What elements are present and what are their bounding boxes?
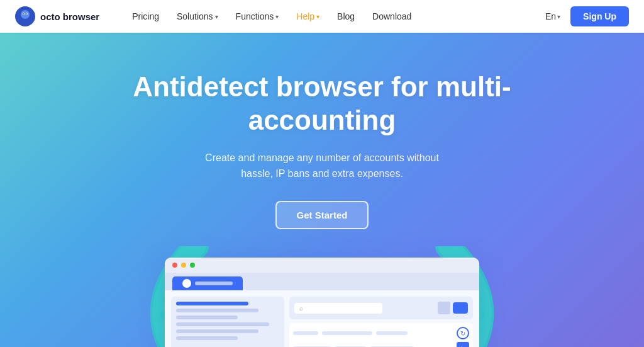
- svg-point-5: [26, 13, 28, 14]
- browser-sidebar: [171, 297, 284, 347]
- nav-item-functions[interactable]: Functions ▾: [228, 8, 287, 25]
- cell-2: [322, 331, 372, 335]
- svg-point-4: [23, 13, 25, 14]
- browser-action-row: [438, 302, 468, 314]
- chevron-down-icon: ▾: [215, 13, 218, 20]
- sidebar-line-3: [176, 316, 238, 319]
- hero-title: Antidetect browser for multi-accounting: [102, 71, 542, 137]
- browser-titlebar: [165, 258, 479, 273]
- browser-search-bar: ⌕: [294, 303, 382, 314]
- browser-tab-bar: [165, 273, 479, 290]
- sidebar-line-1: [176, 302, 248, 305]
- table-row-1: ↻: [293, 327, 469, 339]
- chevron-down-icon: ▾: [557, 13, 560, 20]
- browser-tab: [172, 276, 243, 290]
- signup-button[interactable]: Sign Up: [570, 6, 629, 26]
- maximize-dot: [190, 263, 195, 268]
- nav-right: En ▾ Sign Up: [545, 6, 629, 26]
- cell-3: [376, 331, 408, 335]
- chevron-down-icon: ▾: [316, 13, 319, 20]
- nav-item-help[interactable]: Help ▾: [289, 8, 327, 25]
- close-dot: [172, 263, 177, 268]
- logo[interactable]: octo browser: [15, 6, 99, 26]
- tab-favicon: [182, 279, 191, 288]
- play-icon: ▶: [457, 342, 469, 347]
- table-row-2: ▶: [293, 342, 469, 347]
- browser-content: ⌕ ↻: [165, 290, 479, 347]
- action-btn-blue: [453, 302, 468, 314]
- refresh-icon: ↻: [457, 327, 469, 339]
- svg-point-1: [21, 10, 30, 19]
- sidebar-line-4: [176, 322, 269, 326]
- nav-item-download[interactable]: Download: [365, 8, 419, 25]
- hero-section: Antidetect browser for multi-accounting …: [0, 33, 644, 347]
- tab-label-line: [195, 282, 233, 285]
- browser-main-area: ⌕ ↻: [289, 297, 473, 347]
- logo-icon: [15, 6, 35, 26]
- nav-item-pricing[interactable]: Pricing: [125, 8, 167, 25]
- nav-links: Pricing Solutions ▾ Functions ▾ Help ▾ B…: [125, 8, 545, 25]
- search-icon: ⌕: [299, 305, 303, 312]
- nav-item-solutions[interactable]: Solutions ▾: [169, 8, 226, 25]
- browser-window: ⌕ ↻: [165, 258, 479, 347]
- get-started-button[interactable]: Get Started: [275, 201, 369, 229]
- browser-toolbar: ⌕: [289, 297, 473, 319]
- browser-mockup: ⌕ ↻: [158, 258, 486, 347]
- hero-subtitle: Create and manage any number of accounts…: [190, 150, 454, 182]
- sidebar-line-6: [176, 336, 238, 340]
- sidebar-line-5: [176, 329, 258, 333]
- chevron-down-icon: ▾: [275, 13, 279, 20]
- minimize-dot: [181, 263, 186, 268]
- logo-text: octo browser: [40, 11, 99, 22]
- browser-table: ↻ ▶: [289, 323, 473, 347]
- nav-item-blog[interactable]: Blog: [330, 8, 362, 25]
- language-selector[interactable]: En ▾: [545, 11, 560, 21]
- action-sq-1: [438, 302, 450, 314]
- sidebar-line-2: [176, 309, 258, 312]
- cell-1: [293, 331, 318, 335]
- navbar: octo browser Pricing Solutions ▾ Functio…: [0, 0, 644, 33]
